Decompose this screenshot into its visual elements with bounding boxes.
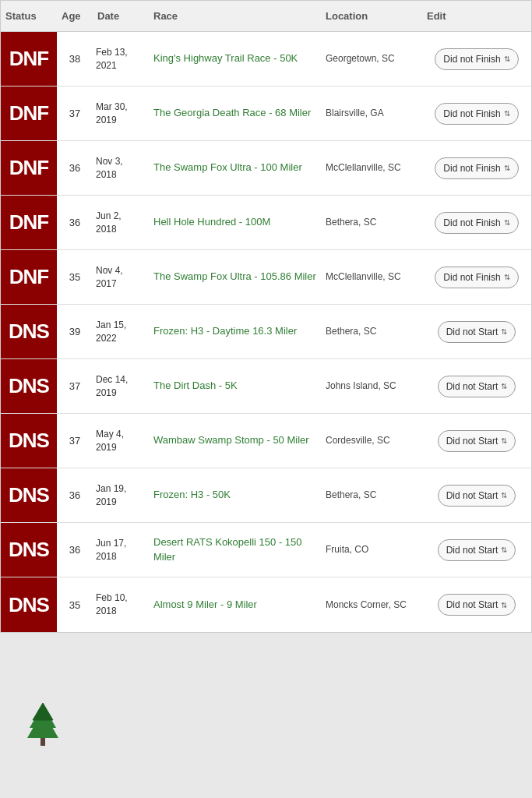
table-row: DNS35Feb 10,2018Almost 9 Miler - 9 Miler… — [1, 577, 531, 632]
svg-rect-3 — [41, 738, 45, 746]
location-cell: Bethera, SC — [321, 213, 422, 232]
edit-status-button[interactable]: Did not Finish⇅ — [435, 212, 518, 234]
edit-cell: Did not Start⇅ — [422, 591, 531, 619]
chevron-icon: ⇅ — [504, 273, 510, 281]
table-header: Status Age Date Race Location Edit — [1, 1, 531, 32]
date-cell: Jun 17,2018 — [93, 534, 149, 567]
edit-button-label: Did not Start — [446, 490, 499, 501]
date-cell: Nov 4,2017 — [93, 261, 149, 294]
edit-button-label: Did not Start — [446, 381, 499, 392]
edit-cell: Did not Finish⇅ — [422, 45, 531, 73]
edit-cell: Did not Finish⇅ — [422, 100, 531, 128]
race-name: The Dirt Dash - 5K — [149, 376, 321, 396]
edit-status-button[interactable]: Did not Start⇅ — [438, 430, 516, 452]
chevron-icon: ⇅ — [501, 327, 507, 336]
edit-button-label: Did not Start — [446, 599, 499, 610]
edit-status-button[interactable]: Did not Start⇅ — [438, 321, 516, 343]
table-row: DNF37Mar 30,2019The Georgia Death Race -… — [1, 87, 531, 141]
date-cell: Jun 2,2018 — [93, 207, 149, 239]
edit-button-label: Did not Start — [446, 436, 499, 447]
edit-cell: Did not Start⇅ — [422, 536, 531, 564]
header-age: Age — [57, 7, 93, 25]
table-row: DNS39Jan 15,2022Frozen: H3 - Daytime 16.… — [1, 305, 531, 359]
date-cell: Dec 14,2019 — [93, 370, 149, 403]
race-name: The Georgia Death Race - 68 Miler — [149, 103, 321, 123]
edit-cell: Did not Finish⇅ — [422, 263, 531, 291]
edit-button-label: Did not Finish — [443, 217, 500, 228]
edit-button-label: Did not Finish — [443, 108, 500, 119]
status-badge: DNS — [1, 523, 57, 577]
chevron-icon: ⇅ — [501, 546, 507, 554]
header-race: Race — [149, 7, 321, 25]
location-cell: Georgetown, SC — [321, 49, 422, 69]
chevron-icon: ⇅ — [504, 55, 510, 63]
edit-status-button[interactable]: Did not Start⇅ — [438, 376, 516, 397]
edit-status-button[interactable]: Did not Finish⇅ — [435, 48, 518, 70]
edit-button-label: Did not Finish — [443, 54, 500, 65]
bottom-section — [0, 633, 532, 765]
edit-button-label: Did not Finish — [443, 272, 500, 283]
edit-cell: Did not Start⇅ — [422, 482, 531, 510]
age-cell: 39 — [57, 323, 93, 341]
status-badge: DNS — [1, 359, 57, 413]
edit-cell: Did not Start⇅ — [422, 373, 531, 401]
age-cell: 36 — [57, 486, 93, 504]
age-cell: 37 — [57, 377, 93, 395]
edit-button-label: Did not Start — [446, 545, 499, 556]
status-badge: DNF — [1, 141, 57, 195]
age-cell: 37 — [57, 104, 93, 122]
edit-status-button[interactable]: Did not Finish⇅ — [435, 103, 518, 125]
race-name: Desert RATS Kokopelli 150 - 150 Miler — [149, 532, 321, 567]
location-cell: Moncks Corner, SC — [321, 595, 422, 615]
status-badge: DNS — [1, 414, 57, 468]
date-cell: Feb 10,2018 — [93, 588, 149, 621]
header-date: Date — [93, 7, 149, 25]
table-body: DNF38Feb 13,2021King's Highway Trail Rac… — [1, 32, 531, 632]
status-badge: DNF — [1, 87, 57, 140]
date-cell: Feb 13,2021 — [93, 43, 149, 76]
edit-cell: Did not Finish⇅ — [422, 209, 531, 237]
table-row: DNS36Jun 17,2018Desert RATS Kokopelli 15… — [1, 523, 531, 577]
edit-status-button[interactable]: Did not Finish⇅ — [435, 157, 518, 179]
status-badge: DNF — [1, 196, 57, 249]
race-name: Frozen: H3 - Daytime 16.3 Miler — [149, 321, 321, 341]
table-row: DNS37Dec 14,2019The Dirt Dash - 5KJohns … — [1, 359, 531, 414]
chevron-icon: ⇅ — [501, 491, 507, 500]
status-badge: DNS — [1, 305, 57, 358]
edit-status-button[interactable]: Did not Start⇅ — [438, 485, 516, 507]
age-cell: 36 — [57, 541, 93, 559]
date-cell: Jan 19,2019 — [93, 479, 149, 512]
age-cell: 36 — [57, 159, 93, 177]
location-cell: Fruita, CO — [321, 540, 422, 560]
edit-button-label: Did not Finish — [443, 163, 500, 174]
edit-cell: Did not Finish⇅ — [422, 154, 531, 182]
race-name: Frozen: H3 - 50K — [149, 485, 321, 505]
chevron-icon: ⇅ — [504, 164, 510, 172]
edit-button-label: Did not Start — [446, 327, 499, 337]
location-cell: Bethera, SC — [321, 322, 422, 341]
table-row: DNF36Jun 2,2018Hell Hole Hundred - 100MB… — [1, 196, 531, 250]
table-row: DNS37May 4,2019Wambaw Swamp Stomp - 50 M… — [1, 414, 531, 468]
location-cell: McClellanville, SC — [321, 267, 422, 287]
chevron-icon: ⇅ — [501, 601, 507, 609]
age-cell: 37 — [57, 432, 93, 450]
table-row: DNF38Feb 13,2021King's Highway Trail Rac… — [1, 32, 531, 87]
header-edit: Edit — [422, 7, 531, 25]
table-row: DNS36Jan 19,2019Frozen: H3 - 50KBethera,… — [1, 468, 531, 523]
header-location: Location — [321, 7, 422, 25]
age-cell: 36 — [57, 214, 93, 231]
edit-status-button[interactable]: Did not Start⇅ — [438, 594, 516, 616]
svg-marker-2 — [33, 703, 53, 720]
status-badge: DNF — [1, 32, 57, 86]
race-name: The Swamp Fox Ultra - 100 Miler — [149, 157, 321, 178]
edit-status-button[interactable]: Did not Start⇅ — [438, 539, 516, 561]
edit-status-button[interactable]: Did not Finish⇅ — [435, 267, 518, 288]
header-status: Status — [1, 7, 57, 25]
race-name: The Swamp Fox Ultra - 105.86 Miler — [149, 267, 321, 287]
edit-cell: Did not Start⇅ — [422, 427, 531, 455]
date-cell: Mar 30,2019 — [93, 97, 149, 130]
chevron-icon: ⇅ — [501, 436, 507, 445]
table-row: DNF36Nov 3,2018The Swamp Fox Ultra - 100… — [1, 141, 531, 196]
location-cell: Blairsville, GA — [321, 104, 422, 123]
edit-cell: Did not Start⇅ — [422, 318, 531, 346]
